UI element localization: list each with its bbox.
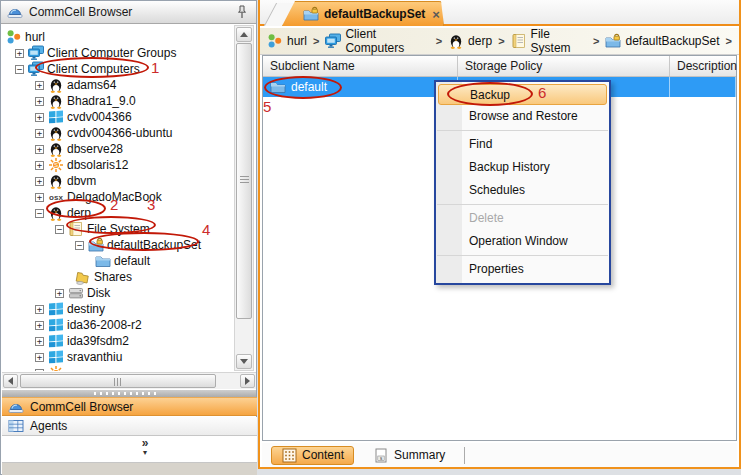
collapse-minus-icon[interactable]: − <box>75 241 84 250</box>
tree-item-cvdv004366[interactable]: +cvdv004366 <box>2 109 233 125</box>
windows-icon <box>48 301 64 317</box>
tree-item-destiny[interactable]: +destiny <box>2 301 233 317</box>
menu-item-browse-and-restore[interactable]: Browse and Restore <box>436 105 609 128</box>
tree-item-item[interactable]: +S <box>2 365 233 371</box>
solaris-icon: S <box>48 157 64 173</box>
splitter-grip-icon <box>94 392 158 395</box>
computers-icon <box>28 45 44 61</box>
hurl-icon <box>267 33 283 49</box>
tree-item-label: destiny <box>67 302 105 316</box>
menu-item-schedules[interactable]: Schedules <box>436 179 609 202</box>
menu-item-backup-history[interactable]: Backup History <box>436 156 609 179</box>
sidebar-item-agents[interactable]: Agents <box>2 417 257 436</box>
tree-item-file-system[interactable]: −File System <box>2 221 233 237</box>
scroll-down-button[interactable] <box>236 354 252 369</box>
tab-bar-divider <box>464 447 465 464</box>
computers-icon <box>28 61 44 77</box>
menu-item-operation-window[interactable]: Operation Window <box>436 230 609 253</box>
menu-separator <box>437 255 608 256</box>
tree-horizontal-scrollbar[interactable] <box>2 372 256 389</box>
tree-item-defaultbackupset[interactable]: −defaultBackupSet <box>2 237 233 253</box>
pin-icon[interactable] <box>234 4 250 20</box>
tab-defaultbackupset[interactable]: defaultBackupSet × <box>282 1 444 26</box>
tree-item-hurl[interactable]: hurl <box>2 29 233 45</box>
tab-summary[interactable]: sSummary <box>364 446 454 465</box>
tree-item-delgadomacbook[interactable]: +osxDelgadoMacBook <box>2 189 233 205</box>
close-icon[interactable]: × <box>432 7 440 22</box>
tree-item-sravanthiu[interactable]: +sravanthiu <box>2 349 233 365</box>
expand-plus-icon[interactable]: + <box>35 369 44 372</box>
tree-item-client-computer-groups[interactable]: +Client Computer Groups <box>2 45 233 61</box>
tree-item-client-computers[interactable]: −Client Computers <box>2 61 233 77</box>
expand-plus-icon[interactable]: + <box>35 305 44 314</box>
right-arrow-icon <box>245 377 250 385</box>
menu-separator <box>437 204 608 205</box>
scroll-up-button[interactable] <box>236 27 252 42</box>
subclient-name-cell: default <box>263 77 458 97</box>
vertical-scroll-thumb[interactable] <box>236 43 252 319</box>
overflow-button[interactable]: » ▾ <box>39 438 251 458</box>
tree-item-dbsolaris12[interactable]: +Sdbsolaris12 <box>2 157 233 173</box>
application-window: CommCell Browser hurl+Client Computer Gr… <box>0 0 741 475</box>
tree-item-cvdv004366-ubuntu[interactable]: +cvdv004366-ubuntu <box>2 125 233 141</box>
breadcrumb-label: Client Computers <box>345 27 429 55</box>
expand-plus-icon[interactable]: + <box>35 145 44 154</box>
breadcrumb-item-hurl[interactable]: hurl <box>267 33 307 49</box>
menu-item-find[interactable]: Find <box>436 133 609 156</box>
breadcrumb-item-derp[interactable]: derp <box>448 33 492 49</box>
tree-item-adams64[interactable]: +adams64 <box>2 77 233 93</box>
expand-plus-icon[interactable]: + <box>35 337 44 346</box>
shortcut-label: CommCell Browser <box>30 400 133 414</box>
panel-splitter[interactable] <box>2 390 256 397</box>
shares-icon <box>75 269 91 285</box>
expand-plus-icon[interactable]: + <box>35 129 44 138</box>
breadcrumb-item-file-system[interactable]: File System <box>511 27 587 55</box>
tree-vertical-scrollbar[interactable] <box>234 25 254 371</box>
tree-item-dbvm[interactable]: +dbvm <box>2 173 233 189</box>
column-header-storage-policy[interactable]: Storage Policy <box>458 56 670 76</box>
column-header-subclient-name[interactable]: Subclient Name <box>263 56 458 76</box>
svg-text:S: S <box>54 162 58 168</box>
expand-plus-icon[interactable]: + <box>35 97 44 106</box>
breadcrumb-item-client-computers[interactable]: Client Computers <box>325 27 429 55</box>
expand-plus-icon[interactable]: + <box>15 49 24 58</box>
horizontal-scroll-thumb[interactable] <box>20 374 216 388</box>
collapse-minus-icon[interactable]: − <box>35 209 44 218</box>
expand-plus-icon[interactable]: + <box>35 353 44 362</box>
column-header-description[interactable]: Description <box>670 56 741 76</box>
commcell-browser-panel: CommCell Browser hurl+Client Computer Gr… <box>0 0 257 475</box>
scroll-right-button[interactable] <box>240 374 255 388</box>
menu-item-properties[interactable]: Properties <box>436 258 609 281</box>
expand-plus-icon[interactable]: + <box>35 193 44 202</box>
tree-item-default[interactable]: default <box>2 253 233 269</box>
document-tab-strip: defaultBackupSet × <box>260 0 739 26</box>
tree-item-ida39fsdm2[interactable]: +ida39fsdm2 <box>2 333 233 349</box>
panel-bottom-strip <box>2 463 257 475</box>
breadcrumb-label: hurl <box>287 34 307 48</box>
tree-item-label: derp <box>67 206 91 220</box>
expand-plus-icon[interactable]: + <box>55 289 64 298</box>
breadcrumb-item-defaultbackupset[interactable]: defaultBackupSet <box>605 33 719 49</box>
tree-item-dbserve28[interactable]: +dbserve28 <box>2 141 233 157</box>
down-arrow-icon <box>240 359 248 364</box>
computers-icon <box>325 33 341 49</box>
expand-plus-icon[interactable]: + <box>35 113 44 122</box>
tree-item-disk[interactable]: +Disk <box>2 285 233 301</box>
expand-plus-icon[interactable]: + <box>35 321 44 330</box>
collapse-minus-icon[interactable]: − <box>15 65 24 74</box>
tree-item-ida36-2008-r2[interactable]: +ida36-2008-r2 <box>2 317 233 333</box>
collapse-minus-icon[interactable]: − <box>55 225 64 234</box>
tree-item-shares[interactable]: Shares <box>2 269 233 285</box>
expand-plus-icon[interactable]: + <box>35 177 44 186</box>
sidebar-item-commcell-browser[interactable]: CommCell Browser <box>2 397 257 416</box>
expand-plus-icon[interactable]: + <box>35 81 44 90</box>
tree-item-bhadra1-9-0[interactable]: +Bhadra1_9.0 <box>2 93 233 109</box>
tree-item-label: File System <box>87 222 150 236</box>
expand-plus-icon[interactable]: + <box>35 161 44 170</box>
menu-item-backup[interactable]: Backup <box>438 84 607 105</box>
tab-content[interactable]: Content <box>271 446 354 465</box>
tree-item-derp[interactable]: −derp <box>2 205 233 221</box>
breadcrumb-separator: > <box>436 35 442 47</box>
backupset-icon <box>303 6 319 22</box>
scroll-left-button[interactable] <box>3 374 18 388</box>
